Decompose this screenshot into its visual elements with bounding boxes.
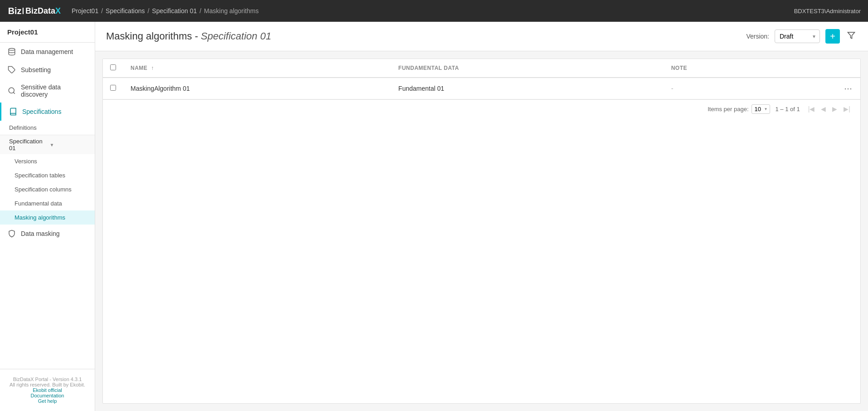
table-footer: Items per page: 5 10 25 50 1 – 1 of 1 |◀… [103, 99, 860, 118]
filter-button[interactable] [845, 29, 857, 44]
specifications-label: Specifications [22, 108, 61, 115]
last-page-button[interactable]: ▶| [841, 103, 853, 114]
header-name-label: NAME [131, 65, 147, 71]
pagination-info: 1 – 1 of 1 [776, 106, 800, 113]
sidebar-item-data-masking[interactable]: Data masking [0, 225, 95, 243]
sidebar-fundamental-data[interactable]: Fundamental data [0, 196, 95, 210]
sidebar-item-specifications[interactable]: Specifications [0, 103, 95, 121]
row-checkbox[interactable] [110, 85, 116, 91]
version-select-wrapper: Draft Version 1 Version 2 [775, 29, 820, 43]
mask-icon [7, 229, 16, 238]
footer-version: BizDataX Portal - Version 4.3.1 [7, 377, 87, 382]
search-icon [7, 86, 16, 95]
spec01-dropdown[interactable]: Specification 01 ▼ [0, 135, 95, 154]
app-body: Project01 Data management Subsetting [0, 22, 868, 411]
logo-icon: Biz Data [7, 3, 24, 19]
svg-point-2 [9, 49, 15, 51]
items-per-page-group: Items per page: 5 10 25 50 [708, 104, 770, 114]
svg-text:Biz: Biz [8, 6, 22, 16]
chevron-down-icon: ▼ [50, 142, 91, 147]
sidebar-definitions[interactable]: Definitions [0, 121, 95, 135]
header-checkbox-col [103, 59, 123, 78]
row-note: - [664, 78, 775, 99]
spec01-subitems: Versions Specification tables Specificat… [0, 154, 95, 225]
data-management-label: Data management [21, 48, 73, 55]
items-per-page-label: Items per page: [708, 106, 748, 113]
version-label: Version: [746, 33, 769, 40]
footer-rights: All rights reserved. Built by Ekobit. [7, 382, 87, 387]
version-select[interactable]: Draft Version 1 Version 2 [775, 29, 820, 43]
page-title: Masking algorithms - Specification 01 [106, 30, 741, 42]
row-checkbox-cell [103, 78, 123, 99]
first-page-button[interactable]: |◀ [805, 103, 818, 114]
sensitive-data-label: Sensitive data discovery [21, 83, 87, 98]
filter-icon [847, 31, 855, 39]
row-actions-button[interactable]: ⋯ [775, 78, 860, 99]
breadcrumb-sep3: / [199, 7, 201, 15]
breadcrumb-specifications[interactable]: Specifications [106, 7, 145, 15]
page-header: Masking algorithms - Specification 01 Ve… [95, 22, 868, 51]
sidebar-versions[interactable]: Versions [0, 154, 95, 168]
sidebar-item-sensitive-data[interactable]: Sensitive data discovery [0, 79, 95, 103]
logo: Biz Data BizDataX [7, 3, 61, 19]
top-nav: Biz Data BizDataX Project01 / Specificat… [0, 0, 868, 22]
data-masking-label: Data masking [21, 230, 60, 237]
table-body: MaskingAlgorithm 01 Fundamental 01 - ⋯ [103, 78, 860, 99]
select-all-checkbox[interactable] [110, 64, 116, 70]
row-name: MaskingAlgorithm 01 [123, 78, 391, 99]
project-label: Project01 [0, 22, 95, 43]
book-icon [9, 107, 18, 116]
prev-page-button[interactable]: ◀ [818, 103, 829, 114]
spec01-label: Specification 01 [9, 138, 50, 152]
per-page-select[interactable]: 5 10 25 50 [752, 104, 770, 114]
svg-line-5 [13, 92, 15, 93]
header-fundamental-data: FUNDAMENTAL DATA [391, 59, 664, 78]
breadcrumb-sep1: / [101, 7, 103, 15]
svg-text:Data: Data [22, 6, 24, 16]
sidebar-footer: BizDataX Portal - Version 4.3.1 All righ… [0, 369, 95, 411]
table-row: MaskingAlgorithm 01 Fundamental 01 - ⋯ [103, 78, 860, 99]
masking-algorithms-table: NAME ↑ FUNDAMENTAL DATA NOTE MaskingAlgo… [103, 59, 860, 99]
subsetting-label: Subsetting [21, 66, 51, 73]
user-label: BDXTEST3\Administrator [794, 8, 861, 15]
logo-text: BizDataX [25, 6, 61, 16]
table-container: NAME ↑ FUNDAMENTAL DATA NOTE MaskingAlgo… [102, 59, 861, 404]
sort-asc-icon: ↑ [151, 65, 154, 71]
sidebar-spec-tables[interactable]: Specification tables [0, 168, 95, 182]
header-name[interactable]: NAME ↑ [123, 59, 391, 78]
pagination-buttons: |◀ ◀ ▶ ▶| [805, 103, 853, 114]
breadcrumb: Project01 / Specifications / Specificati… [72, 7, 794, 15]
page-title-italic: Specification 01 [201, 30, 271, 42]
sidebar: Project01 Data management Subsetting [0, 22, 95, 411]
main-content: Masking algorithms - Specification 01 Ve… [95, 22, 868, 411]
breadcrumb-project[interactable]: Project01 [72, 7, 98, 15]
sidebar-item-data-management[interactable]: Data management [0, 43, 95, 61]
per-page-wrapper: 5 10 25 50 [752, 104, 770, 114]
sidebar-masking-algorithms[interactable]: Masking algorithms [0, 210, 95, 225]
footer-ekobit-link[interactable]: Ekobit official [7, 387, 87, 393]
breadcrumb-sep2: / [147, 7, 149, 15]
breadcrumb-spec01[interactable]: Specification 01 [152, 7, 197, 15]
next-page-button[interactable]: ▶ [829, 103, 840, 114]
svg-point-4 [9, 88, 14, 93]
row-fundamental-data: Fundamental 01 [391, 78, 664, 99]
footer-docs-link[interactable]: Documentation [7, 393, 87, 398]
header-actions-col [775, 59, 860, 78]
header-note: NOTE [664, 59, 775, 78]
footer-help-link[interactable]: Get help [7, 398, 87, 404]
breadcrumb-current: Masking algorithms [204, 7, 259, 15]
table-header: NAME ↑ FUNDAMENTAL DATA NOTE [103, 59, 860, 78]
add-button[interactable]: + [825, 29, 840, 44]
sidebar-spec-columns[interactable]: Specification columns [0, 182, 95, 196]
svg-marker-6 [848, 32, 855, 39]
database-icon [7, 47, 16, 56]
page-title-text: Masking algorithms - [106, 30, 201, 42]
puzzle-icon [7, 65, 16, 74]
sidebar-item-subsetting[interactable]: Subsetting [0, 61, 95, 79]
